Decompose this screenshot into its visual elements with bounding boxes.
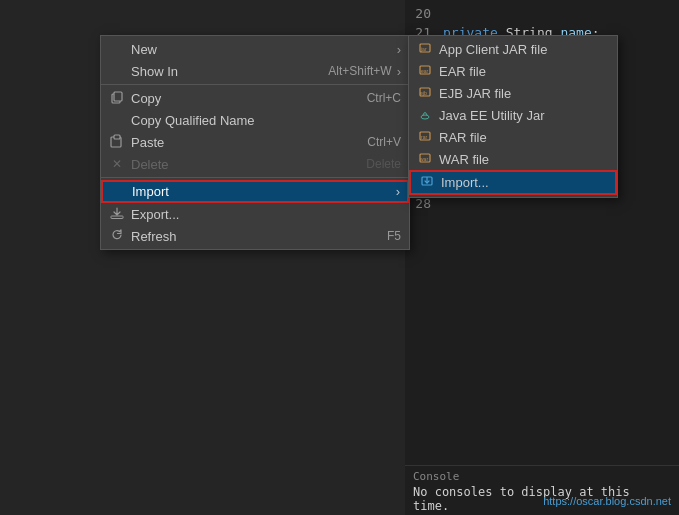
menu-item-copy-qualified[interactable]: Copy Qualified Name [101,109,409,131]
menu-item-show-in[interactable]: Show In Alt+Shift+W › [101,60,409,82]
submenu: jar App Client JAR file ear EAR file ejb… [408,35,618,198]
menu-item-copy[interactable]: Copy Ctrl+C [101,87,409,109]
menu-item-copy-qualified-label: Copy Qualified Name [131,113,401,128]
shortcut-label: Ctrl+C [367,91,401,105]
console-panel: Console No consoles to display at this t… [405,465,679,515]
shortcut-label: Delete [366,157,401,171]
shortcut-label: Alt+Shift+W [328,64,391,78]
menu-item-import[interactable]: Import › [101,180,409,203]
svg-rect-4 [111,216,123,219]
submenu-item-app-client-jar-label: App Client JAR file [439,42,547,57]
menu-item-paste-label: Paste [131,135,347,150]
paste-icon [109,134,125,151]
java-icon [417,107,433,124]
svg-rect-3 [114,135,120,139]
submenu-arrow-icon: › [397,64,401,79]
menu-item-export[interactable]: Export... [101,203,409,225]
menu-item-delete[interactable]: ✕ Delete Delete [101,153,409,175]
submenu-item-rar-file[interactable]: rar RAR file [409,126,617,148]
menu-separator [101,177,409,178]
submenu-item-import[interactable]: Import... [409,170,617,195]
menu-separator [101,84,409,85]
submenu-item-ejb-jar[interactable]: ejb EJB JAR file [409,82,617,104]
submenu-item-ear-label: EAR file [439,64,486,79]
svg-text:war: war [420,156,428,162]
submenu-item-import-label: Import... [441,175,489,190]
export-icon [109,206,125,223]
submenu-arrow-icon: › [397,42,401,57]
submenu-item-rar-label: RAR file [439,130,487,145]
ear-icon: ear [417,63,433,80]
svg-text:rar: rar [421,134,427,140]
menu-item-new-label: New [131,42,392,57]
menu-item-import-label: Import [132,184,391,199]
code-line [443,4,671,23]
menu-item-show-in-label: Show In [131,64,308,79]
console-label: Console [413,470,671,483]
submenu-item-app-client-jar[interactable]: jar App Client JAR file [409,38,617,60]
copy-icon [109,90,125,107]
menu-item-paste[interactable]: Paste Ctrl+V [101,131,409,153]
submenu-item-java-ee-label: Java EE Utility Jar [439,108,544,123]
rar-icon: rar [417,129,433,146]
shortcut-label: F5 [387,229,401,243]
svg-text:jar: jar [420,46,427,52]
svg-text:ejb: ejb [420,90,427,96]
line-number: 20 [409,4,431,23]
menu-item-export-label: Export... [131,207,401,222]
jar-icon: jar [417,41,433,58]
menu-item-refresh[interactable]: Refresh F5 [101,225,409,247]
svg-rect-1 [114,92,122,101]
import-icon [419,174,435,191]
war-icon: war [417,151,433,168]
svg-point-11 [421,115,429,119]
delete-icon: ✕ [109,157,125,171]
menu-item-copy-label: Copy [131,91,347,106]
submenu-item-war-label: WAR file [439,152,489,167]
submenu-item-ejb-label: EJB JAR file [439,86,511,101]
submenu-item-ear-file[interactable]: ear EAR file [409,60,617,82]
submenu-item-java-ee[interactable]: Java EE Utility Jar [409,104,617,126]
menu-item-new[interactable]: New › [101,38,409,60]
svg-text:ear: ear [421,68,429,74]
menu-item-delete-label: Delete [131,157,346,172]
ejb-icon: ejb [417,85,433,102]
submenu-arrow-icon: › [396,184,400,199]
watermark: https://oscar.blog.csdn.net [543,495,671,507]
menu-item-refresh-label: Refresh [131,229,367,244]
submenu-item-war-file[interactable]: war WAR file [409,148,617,170]
context-menu: New › Show In Alt+Shift+W › Copy Ctrl+C … [100,35,410,250]
refresh-icon [109,228,125,245]
shortcut-label: Ctrl+V [367,135,401,149]
